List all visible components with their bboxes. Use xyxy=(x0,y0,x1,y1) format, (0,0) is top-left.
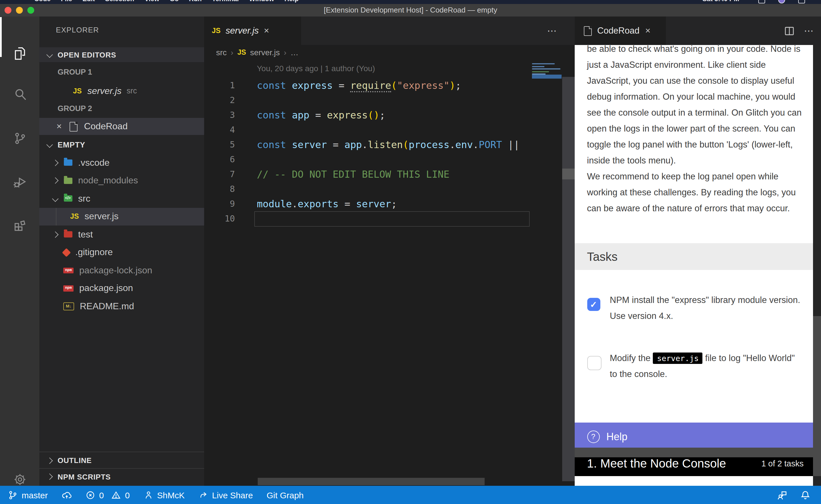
menu-item-code[interactable]: Code xyxy=(34,0,51,2)
close-icon[interactable]: × xyxy=(645,26,651,35)
code-line-9[interactable]: 9module.exports = server; xyxy=(204,196,562,211)
sidebar-title: EXPLORER xyxy=(56,26,99,34)
menu-items: CodeFileEditSelectionViewGoRunTerminalWi… xyxy=(34,0,299,2)
indent-guide xyxy=(56,208,56,226)
git-branch-status[interactable]: master xyxy=(8,490,48,500)
tree-item--gitignore[interactable]: .gitignore xyxy=(39,243,204,261)
folder-section-header[interactable]: EMPTY xyxy=(39,137,204,153)
panel-scrollbar[interactable] xyxy=(562,77,574,481)
sidebar-item-extensions[interactable] xyxy=(0,207,39,242)
sidebar-item-source-control[interactable] xyxy=(0,121,39,156)
npm-scripts-section-header[interactable]: NPM SCRIPTS xyxy=(39,468,204,485)
menu-item-view[interactable]: View xyxy=(144,0,159,2)
tree-item-label: src xyxy=(78,194,90,204)
code-line-7[interactable]: 7// -- DO NOT EDIT BELOW THIS LINE xyxy=(204,167,562,182)
menu-item-selection[interactable]: Selection xyxy=(105,0,134,2)
outline-section-header[interactable]: OUTLINE xyxy=(39,452,204,469)
tree-item-node-modules[interactable]: node_modules xyxy=(39,172,204,190)
tree-item-package-json[interactable]: npmpackage.json xyxy=(39,279,204,297)
spotlight-icon[interactable] xyxy=(758,0,765,3)
split-editor-icon[interactable] xyxy=(784,25,795,36)
minimap[interactable] xyxy=(532,63,561,76)
breadcrumb-file[interactable]: server.js xyxy=(250,48,280,57)
tree-item-server-js[interactable]: JSserver.js xyxy=(39,208,204,226)
test-folder-icon xyxy=(64,231,72,238)
editor-group: JS server.js × ⋯ src › JS server.js › … … xyxy=(204,17,562,486)
help-button[interactable]: ? Help xyxy=(574,423,813,451)
code-line-5[interactable]: 5const server = app.listen(process.env.P… xyxy=(204,137,562,152)
tree-item-test[interactable]: test xyxy=(39,226,204,243)
more-actions-icon[interactable]: ⋯ xyxy=(547,25,557,37)
sync-changes-button[interactable] xyxy=(62,490,72,500)
problems-status[interactable]: 0 0 xyxy=(85,490,130,500)
live-share-button[interactable]: Live Share xyxy=(198,490,253,500)
tab-server-js[interactable]: JS server.js × xyxy=(204,17,301,45)
code-chip: server.js xyxy=(653,353,703,364)
tab-coderoad[interactable]: CodeRoad × xyxy=(574,17,666,45)
chevron-right-icon xyxy=(52,231,59,238)
tree-item-label: .gitignore xyxy=(75,247,113,258)
code-lines[interactable]: 1const express = require("express");23co… xyxy=(204,78,562,226)
sidebar-item-explorer[interactable] xyxy=(0,36,39,71)
sidebar-item-run-debug[interactable] xyxy=(0,165,39,200)
tree-item-label: .vscode xyxy=(78,158,109,168)
task-progress-badge: 1 of 2 tasks xyxy=(761,459,804,468)
tree-item-label: node_modules xyxy=(78,176,138,186)
webview-scrollbar[interactable] xyxy=(813,45,821,476)
code-line-8[interactable]: 8 xyxy=(204,182,562,196)
sidebar-item-search[interactable] xyxy=(0,77,39,112)
tree-item-readme-md[interactable]: M↓README.md xyxy=(39,297,204,315)
tree-item-package-lock-json[interactable]: npmpackage-lock.json xyxy=(39,261,204,279)
feedback-button[interactable] xyxy=(777,489,787,500)
task-2-checkbox[interactable] xyxy=(587,356,601,370)
code-line-3[interactable]: 3const app = express(); xyxy=(204,108,562,122)
breadcrumb-symbol[interactable]: … xyxy=(291,48,299,57)
minimap-slider[interactable] xyxy=(532,75,561,79)
notifications-button[interactable] xyxy=(800,489,811,500)
status-bar: master 0 0 xyxy=(0,486,821,504)
tree-item-label: package-lock.json xyxy=(79,265,152,276)
menu-item-file[interactable]: File xyxy=(61,0,72,2)
code-line-1[interactable]: 1const express = require("express"); xyxy=(204,78,562,93)
siri-icon[interactable] xyxy=(778,0,785,3)
menu-item-terminal[interactable]: Terminal xyxy=(212,0,239,2)
code-line-10[interactable]: 10 xyxy=(204,211,562,226)
search-icon xyxy=(12,87,28,103)
line-number: 7 xyxy=(204,169,235,179)
js-file-icon: JS xyxy=(73,87,82,95)
code-line-4[interactable]: 4 xyxy=(204,122,562,137)
line-number: 5 xyxy=(204,140,235,150)
tree-item--vscode[interactable]: .vscode xyxy=(39,154,204,172)
chevron-down-icon xyxy=(46,142,53,148)
open-editor-server-js[interactable]: JS server.js src xyxy=(39,82,204,100)
close-icon[interactable]: × xyxy=(264,26,270,35)
more-actions-icon[interactable]: ⋯ xyxy=(804,25,814,37)
control-center-icon[interactable] xyxy=(798,0,805,3)
line-number: 9 xyxy=(204,199,235,209)
menu-item-go[interactable]: Go xyxy=(169,0,179,2)
account-status[interactable]: ShMcK xyxy=(143,490,185,500)
gitlens-blame-annotation: You, 20 days ago | 1 author (You) xyxy=(257,64,375,73)
close-icon[interactable]: × xyxy=(56,122,62,131)
menu-item-window[interactable]: Window xyxy=(249,0,274,2)
menu-item-help[interactable]: Help xyxy=(285,0,299,2)
menu-item-run[interactable]: Run xyxy=(189,0,202,2)
line-number: 6 xyxy=(204,154,235,165)
horizontal-scrollbar[interactable] xyxy=(258,478,485,485)
menu-item-edit[interactable]: Edit xyxy=(82,0,95,2)
panel-scrollbar-thumb[interactable] xyxy=(562,169,574,179)
tree-item-label: package.json xyxy=(79,283,133,294)
breadcrumb-src[interactable]: src xyxy=(216,48,227,57)
line-number: 1 xyxy=(204,80,235,91)
panel-divider-top xyxy=(562,17,574,45)
editor-group-1-label: GROUP 1 xyxy=(39,63,204,81)
webview-scrollbar-thumb[interactable] xyxy=(813,45,821,316)
git-graph-button[interactable]: Git Graph xyxy=(267,490,304,500)
code-line-6[interactable]: 6 xyxy=(204,152,562,167)
open-editor-coderoad[interactable]: × CodeRoad xyxy=(39,118,204,135)
error-icon xyxy=(85,490,95,500)
code-line-2[interactable]: 2 xyxy=(204,93,562,108)
task-1-checkbox[interactable]: ✓ xyxy=(587,298,600,311)
tree-item-src[interactable]: </>src xyxy=(39,190,204,208)
open-editors-header[interactable]: OPEN EDITORS xyxy=(39,47,204,62)
